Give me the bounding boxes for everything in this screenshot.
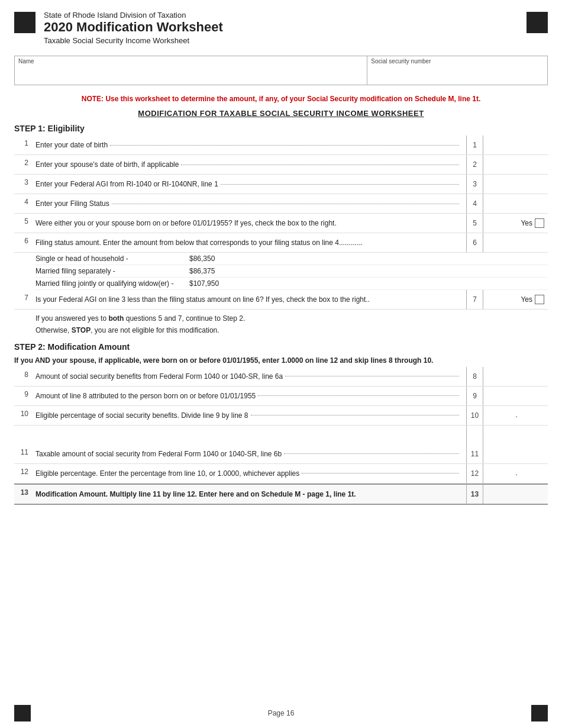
page-subtitle: Taxable Social Security Income Worksheet	[44, 36, 518, 45]
filing-status-amount: $86,350	[189, 255, 215, 263]
line-field-num: 11	[466, 444, 483, 463]
line-number: 4	[14, 194, 31, 213]
line-description: Enter your Filing Status	[31, 194, 466, 213]
list-item: Married filing separately - $86,375	[35, 265, 548, 278]
filing-status-amounts: Single or head of household - $86,350 Ma…	[35, 253, 548, 290]
decimal-dot: .	[516, 469, 518, 477]
name-label: Name	[18, 58, 363, 65]
line-description: Is your Federal AGI on line 3 less than …	[31, 290, 466, 309]
answer-line-1: If you answered yes to both questions 5 …	[35, 313, 548, 324]
step1-lines: 1 Enter your date of birth 1 2 Enter you…	[14, 136, 548, 253]
footer-logo-right-icon	[531, 705, 548, 721]
ssn-value[interactable]	[371, 66, 544, 79]
both-bold: both	[108, 314, 124, 323]
footer-logo-left-icon	[14, 705, 31, 721]
logo-left-icon	[14, 12, 35, 33]
line-number: 1	[14, 136, 31, 154]
line-input[interactable]	[483, 386, 548, 405]
header-text: State of Rhode Island Division of Taxati…	[44, 11, 518, 45]
line-row: 4 Enter your Filing Status 4	[14, 194, 548, 214]
line-input: Yes	[483, 290, 548, 309]
answer-line-2: Otherwise, STOP, you are not eligible fo…	[35, 325, 548, 336]
line-description: Enter your Federal AGI from RI-1040 or R…	[31, 175, 466, 194]
line-description: Eligible percentage. Enter the percentag…	[31, 464, 466, 483]
line-input[interactable]	[483, 367, 548, 386]
line-input[interactable]: .	[483, 406, 548, 425]
line-input[interactable]	[483, 485, 548, 504]
line-number: 11	[14, 444, 31, 463]
line-row: 13 Modification Amount. Multiply line 11…	[14, 484, 548, 505]
line-number: 10	[14, 406, 31, 425]
line-description: Enter your spouse's date of birth, if ap…	[31, 155, 466, 174]
line-field-num: 5	[466, 214, 483, 233]
line-field-num: 8	[466, 367, 483, 386]
line-row: 3 Enter your Federal AGI from RI-1040 or…	[14, 175, 548, 194]
line-description: Enter your date of birth	[31, 136, 466, 154]
line-input[interactable]	[483, 194, 548, 213]
line-row: 9 Amount of line 8 attributed to the per…	[14, 386, 548, 406]
header: State of Rhode Island Division of Taxati…	[0, 0, 562, 51]
line-field-num: 6	[466, 233, 483, 252]
line-field-num: 10	[466, 406, 483, 425]
yes-label: Yes	[521, 219, 532, 227]
line-number: 13	[14, 485, 31, 504]
org-name: State of Rhode Island Division of Taxati…	[44, 11, 518, 20]
line-field-num: 13	[466, 485, 483, 504]
name-value[interactable]	[18, 66, 363, 79]
line-input[interactable]: .	[483, 464, 548, 483]
line-number: 2	[14, 155, 31, 174]
line-input[interactable]	[483, 444, 548, 463]
list-item: Single or head of household - $86,350	[35, 253, 548, 265]
yes-checkbox-7: Yes	[521, 295, 544, 304]
footer: Page 16	[0, 709, 562, 717]
filing-status-amount: $86,375	[189, 267, 215, 275]
filing-status-amount: $107,950	[189, 279, 219, 288]
line7-container: 7 Is your Federal AGI on line 3 less tha…	[14, 290, 548, 310]
line-input[interactable]	[483, 233, 548, 252]
line-row: 8 Amount of social security benefits fro…	[14, 367, 548, 386]
yes-checkbox-5: Yes	[521, 218, 544, 228]
line-description: Modification Amount. Multiply line 11 by…	[31, 485, 466, 504]
list-item: Married filing jointly or qualifying wid…	[35, 278, 548, 290]
line-description: Amount of line 8 attributed to the perso…	[31, 386, 466, 405]
line-number: 5	[14, 214, 31, 233]
note-section: NOTE: Use this worksheet to determine th…	[14, 95, 548, 103]
checkbox-7[interactable]	[535, 295, 544, 304]
line-row: 2 Enter your spouse's date of birth, if …	[14, 155, 548, 175]
filing-status-label: Married filing jointly or qualifying wid…	[35, 279, 189, 288]
stop-bold: STOP	[72, 326, 91, 334]
ssn-label: Social security number	[371, 58, 544, 65]
line-field-num: 7	[466, 290, 483, 309]
checkbox-5[interactable]	[535, 218, 544, 228]
page-title: 2020 Modification Worksheet	[44, 20, 518, 35]
line-row: 5 Were either you or your spouse born on…	[14, 214, 548, 233]
line-field-num: 2	[466, 155, 483, 174]
line-input[interactable]	[483, 175, 548, 194]
note-text: NOTE: Use this worksheet to determine th…	[82, 95, 481, 103]
name-ssn-row: Name Social security number	[14, 56, 548, 85]
line-description: Eligible percentage of social security b…	[31, 406, 466, 425]
line-row: 10 Eligible percentage of social securit…	[14, 406, 548, 426]
line-number: 7	[14, 290, 31, 309]
page: State of Rhode Island Division of Taxati…	[0, 0, 562, 728]
line-number: 9	[14, 386, 31, 405]
line-row: 7 Is your Federal AGI on line 3 less tha…	[14, 290, 548, 310]
line-field-num: 1	[466, 136, 483, 154]
filing-status-label: Married filing separately -	[35, 267, 189, 275]
line-input[interactable]	[483, 136, 548, 154]
line-number: 3	[14, 175, 31, 194]
step2-header: STEP 2: Modification Amount	[14, 342, 548, 352]
line-field-num: 9	[466, 386, 483, 405]
line-description: Taxable amount of social security from F…	[31, 444, 466, 463]
line-row: 1 Enter your date of birth 1	[14, 136, 548, 155]
line-field-num: 12	[466, 464, 483, 483]
line-field-num: 4	[466, 194, 483, 213]
line-description: Filing status amount. Enter the amount f…	[31, 233, 466, 252]
line-input[interactable]	[483, 155, 548, 174]
line-number: 8	[14, 367, 31, 386]
spacer-row	[14, 426, 548, 444]
line-row: 12 Eligible percentage. Enter the percen…	[14, 464, 548, 484]
line-field-num: 3	[466, 175, 483, 194]
line-row: 11 Taxable amount of social security fro…	[14, 444, 548, 464]
answer-block: If you answered yes to both questions 5 …	[35, 313, 548, 336]
